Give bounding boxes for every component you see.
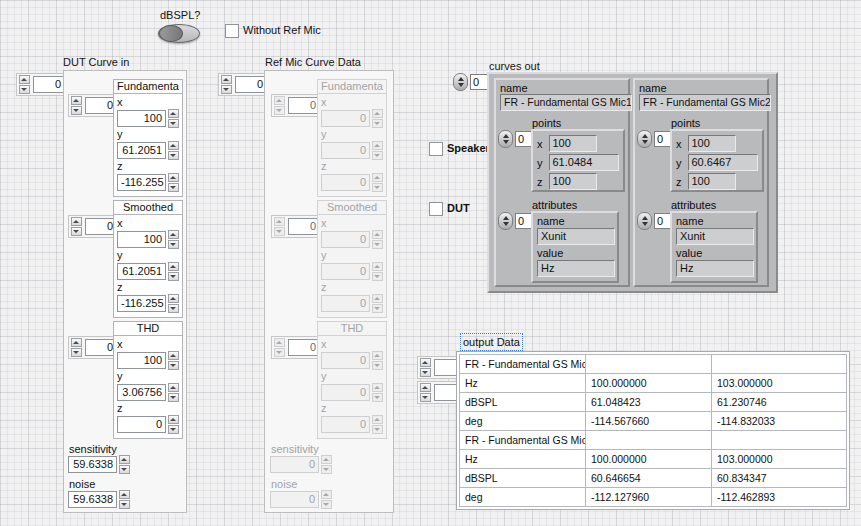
decrement-button[interactable] — [119, 500, 130, 509]
x-label: x — [117, 338, 179, 351]
y-field: 0 — [321, 263, 370, 280]
decrement-button[interactable] — [168, 272, 179, 281]
index-spinner[interactable] — [71, 96, 82, 115]
speaker-checkbox[interactable]: Speaker — [429, 142, 490, 156]
y-label: y — [321, 128, 383, 141]
x-spinner[interactable] — [168, 109, 179, 128]
increment-button[interactable] — [168, 109, 179, 118]
noise-spinner[interactable] — [119, 490, 130, 509]
z-field[interactable]: 0 — [117, 416, 166, 433]
increment-button[interactable] — [119, 455, 130, 464]
attr-value-indicator: Hz — [537, 260, 615, 277]
index-value: 0 — [288, 97, 320, 114]
x-spinner — [372, 351, 383, 370]
decrement-button[interactable] — [168, 393, 179, 402]
index-spinner[interactable] — [71, 217, 82, 236]
x-field[interactable]: 100 — [117, 110, 166, 127]
decrement-button[interactable] — [420, 393, 431, 402]
attr-name-indicator: Xunit — [676, 228, 754, 245]
x-field[interactable]: 100 — [117, 352, 166, 369]
z-label: z — [321, 402, 383, 415]
z-field[interactable]: -116.255 — [117, 295, 166, 312]
increment-button[interactable] — [71, 338, 82, 347]
decrement-button[interactable] — [221, 85, 232, 94]
decrement-button[interactable] — [71, 106, 82, 115]
index-spinner[interactable] — [637, 130, 652, 148]
decrement-button[interactable] — [168, 119, 179, 128]
x-field[interactable]: 100 — [117, 231, 166, 248]
index-spinner[interactable] — [420, 383, 431, 402]
increment-button[interactable] — [168, 173, 179, 182]
y-spinner[interactable] — [168, 262, 179, 281]
table-row: FR - Fundamental GS Mic2 — [460, 431, 847, 450]
sensitivity-field[interactable]: 59.6338 — [68, 456, 117, 473]
x-label: x — [117, 96, 179, 109]
x-spinner[interactable] — [168, 230, 179, 249]
increment-button[interactable] — [168, 383, 179, 392]
decrement-button[interactable] — [168, 240, 179, 249]
name-label: name — [500, 82, 528, 94]
increment-button[interactable] — [420, 358, 431, 367]
decrement-button[interactable] — [119, 465, 130, 474]
increment-button[interactable] — [168, 415, 179, 424]
y-field[interactable]: 61.2051 — [117, 142, 166, 159]
increment-button[interactable] — [119, 490, 130, 499]
z-field[interactable]: -116.255 — [117, 174, 166, 191]
decrement-button[interactable] — [168, 183, 179, 192]
index-value[interactable]: 0 — [235, 76, 267, 93]
increment-button[interactable] — [71, 96, 82, 105]
smoothed-xyz-cluster: x 100 y 61.2051 z -116.255 — [113, 214, 183, 318]
index-spinner[interactable] — [221, 75, 232, 94]
increment-button[interactable] — [168, 351, 179, 360]
x-spinner[interactable] — [168, 351, 179, 370]
index-spinner[interactable] — [19, 75, 30, 94]
increment-button[interactable] — [71, 217, 82, 226]
without-ref-mic-checkbox[interactable]: Without Ref Mic — [225, 24, 321, 38]
z-spinner[interactable] — [168, 173, 179, 192]
decrement-button[interactable] — [168, 425, 179, 434]
dut-curve-in-index[interactable]: 0 — [16, 73, 68, 96]
decrement-button[interactable] — [168, 151, 179, 160]
z-indicator: 100 — [688, 173, 736, 190]
increment-button[interactable] — [221, 75, 232, 84]
sensitivity-control[interactable]: 59.6338 — [68, 455, 130, 474]
y-spinner[interactable] — [168, 141, 179, 160]
y-field[interactable]: 3.06756 — [117, 384, 166, 401]
decrement-button[interactable] — [71, 348, 82, 357]
fundamental-index: 0 — [271, 94, 323, 117]
decrement-button[interactable] — [168, 361, 179, 370]
z-spinner[interactable] — [168, 294, 179, 313]
z-label: z — [117, 281, 179, 294]
z-field: 0 — [321, 416, 370, 433]
decrement-button[interactable] — [19, 85, 30, 94]
table-cell — [586, 355, 712, 374]
dbspl-toggle-switch[interactable] — [158, 24, 200, 43]
increment-button[interactable] — [19, 75, 30, 84]
index-spinner[interactable] — [453, 73, 468, 91]
thd-index: 0 — [271, 336, 323, 359]
increment-button[interactable] — [168, 141, 179, 150]
index-spinner[interactable] — [420, 358, 431, 377]
increment-button[interactable] — [168, 294, 179, 303]
checkbox-label: Without Ref Mic — [243, 24, 321, 37]
index-spinner[interactable] — [498, 212, 513, 230]
index-spinner[interactable] — [71, 338, 82, 357]
noise-field[interactable]: 59.6338 — [68, 491, 117, 508]
decrement-button[interactable] — [71, 227, 82, 236]
y-field[interactable]: 61.2051 — [117, 263, 166, 280]
increment-button[interactable] — [168, 230, 179, 239]
decrement-button[interactable] — [420, 368, 431, 377]
index-spinner[interactable] — [637, 212, 652, 230]
z-spinner[interactable] — [168, 415, 179, 434]
decrement-button[interactable] — [168, 304, 179, 313]
sensitivity-spinner[interactable] — [119, 455, 130, 474]
index-value[interactable]: 0 — [33, 76, 65, 93]
increment-button[interactable] — [420, 383, 431, 392]
attr-value-indicator: Hz — [676, 260, 754, 277]
index-spinner[interactable] — [498, 130, 513, 148]
noise-control[interactable]: 59.6338 — [68, 490, 130, 509]
dut-checkbox[interactable]: DUT — [429, 202, 470, 216]
y-spinner[interactable] — [168, 383, 179, 402]
increment-button[interactable] — [168, 262, 179, 271]
ref-mic-index[interactable]: 0 — [218, 73, 270, 96]
